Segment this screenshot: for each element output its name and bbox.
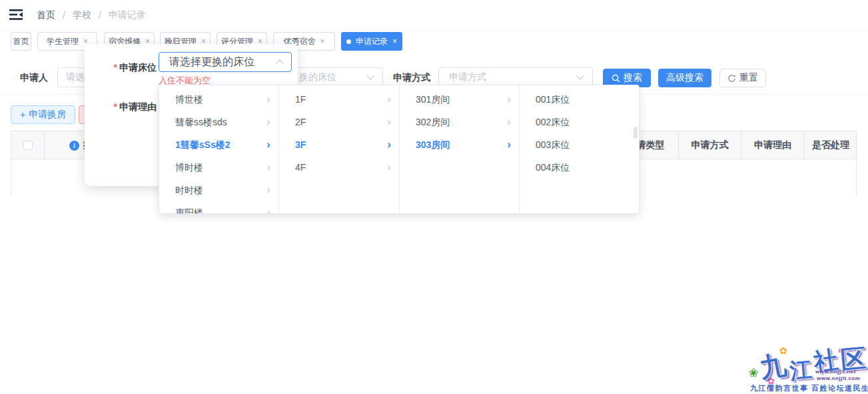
refresh-icon bbox=[727, 74, 736, 83]
cascader-option-selected[interactable]: 1彗馨sSs楼2› bbox=[159, 133, 278, 156]
chevron-right-icon: › bbox=[266, 111, 270, 133]
tab-label: 学生管理 bbox=[47, 36, 79, 47]
cascader-option[interactable]: 时时楼› bbox=[159, 179, 278, 201]
breadcrumb-current: 申请记录 bbox=[109, 9, 146, 21]
chevron-right-icon: › bbox=[507, 133, 511, 156]
chevron-right-icon: › bbox=[266, 179, 270, 201]
table-header-processed: 是否处理 bbox=[805, 131, 857, 159]
chevron-right-icon: › bbox=[266, 201, 270, 213]
chevron-down-icon bbox=[366, 72, 374, 79]
table-header-label: 申请方式 bbox=[691, 139, 729, 151]
breadcrumb-school[interactable]: 学校 bbox=[73, 9, 91, 21]
chevron-right-icon: › bbox=[507, 111, 511, 133]
tab-home[interactable]: 首页 bbox=[11, 32, 31, 51]
logo-char: 江 bbox=[788, 355, 813, 387]
cascader-option-selected[interactable]: 3F› bbox=[279, 133, 399, 156]
table-header-apply-reason: 申请理由 bbox=[741, 131, 805, 159]
bed-select-placeholder: 请选择更换的床位 bbox=[159, 55, 254, 69]
cascader-option[interactable]: 博时楼› bbox=[159, 156, 278, 179]
apply-room-change-button[interactable]: + 申请换房 bbox=[11, 105, 75, 124]
plus-icon: + bbox=[20, 109, 25, 120]
search-button-label: 搜索 bbox=[624, 72, 642, 84]
site-watermark-logo: ❀ ✿ ✿ ✽ 九 江 社 区 www.nnjjlt.net www.nnjjl… bbox=[747, 343, 867, 394]
cascader-option-selected[interactable]: 303房间› bbox=[400, 133, 519, 156]
chevron-right-icon: › bbox=[387, 156, 391, 179]
top-navbar: 首页 / 学校 / 申请记录 bbox=[0, 0, 868, 31]
table-header-apply-method: 申请方式 bbox=[679, 131, 741, 159]
cascader-option[interactable]: 1F› bbox=[279, 88, 399, 111]
tab-label: 首页 bbox=[13, 36, 29, 47]
chevron-right-icon: › bbox=[507, 88, 511, 111]
app-window: 首页 / 学校 / 申请记录 首页 学生管理 × 宿舍维修 × 晚归管理 × 评… bbox=[0, 0, 868, 394]
cascader-column-beds: 001床位 002床位 003床位 004床位 bbox=[520, 85, 639, 213]
search-icon bbox=[612, 74, 620, 83]
cascader-option[interactable]: 002床位 bbox=[520, 111, 639, 133]
table-header-label: 是否处理 bbox=[812, 139, 849, 151]
cascader-option[interactable]: 博世楼› bbox=[159, 88, 278, 111]
chevron-up-icon bbox=[276, 59, 283, 67]
watermark-url-2: www.nnjjlt.com bbox=[817, 375, 860, 381]
watermark-tagline: 九江儒韵言世事 百姓论坛道民生 bbox=[750, 383, 867, 393]
breadcrumb: 首页 / 学校 / 申请记录 bbox=[37, 9, 146, 22]
info-icon: i bbox=[69, 141, 79, 151]
watermark-url-1: www.nnjjlt.net bbox=[815, 369, 856, 375]
table-header-label: 申请理由 bbox=[754, 139, 791, 151]
cascader-option[interactable]: 301房间› bbox=[400, 88, 519, 111]
reason-field-label: *申请理由 bbox=[93, 101, 157, 113]
cascader-option[interactable]: 001床位 bbox=[520, 88, 639, 111]
cascader-option[interactable]: 4F› bbox=[279, 156, 399, 179]
chevron-right-icon: › bbox=[266, 88, 270, 111]
advanced-search-label: 高级搜索 bbox=[666, 72, 703, 84]
applicant-label: 申请人 bbox=[20, 72, 48, 84]
bed-field-label: *申请床位 bbox=[93, 62, 157, 74]
table-header-checkbox-cell bbox=[11, 131, 45, 159]
reset-button-label: 重置 bbox=[739, 72, 758, 84]
cascader-column-rooms: 301房间› 302房间› 303房间› bbox=[400, 85, 520, 213]
menu-fold-icon[interactable] bbox=[9, 9, 23, 21]
bed-cascader-select[interactable]: 请选择更换的床位 bbox=[159, 52, 292, 72]
cascader-option[interactable]: 惠阳楼› bbox=[159, 201, 278, 213]
tab-apply-records[interactable]: 申请记录 × bbox=[341, 32, 402, 51]
reset-button[interactable]: 重置 bbox=[719, 69, 766, 87]
apply-room-change-label: 申请换房 bbox=[29, 109, 66, 121]
breadcrumb-separator: / bbox=[99, 10, 101, 21]
tab-close-icon[interactable]: × bbox=[320, 37, 324, 45]
method-label: 申请方式 bbox=[393, 72, 430, 84]
tab-close-icon[interactable]: × bbox=[392, 37, 397, 45]
scrollbar-thumb[interactable] bbox=[634, 127, 638, 139]
cascader-option[interactable]: 彗馨ss楼sds› bbox=[159, 111, 278, 133]
required-mark: * bbox=[114, 101, 117, 112]
bed-cascader-panel: 博世楼› 彗馨ss楼sds› 1彗馨sSs楼2› 博时楼› 时时楼› 惠阳楼› … bbox=[159, 85, 640, 214]
breadcrumb-home[interactable]: 首页 bbox=[37, 9, 55, 21]
cascader-option[interactable]: 004床位 bbox=[520, 156, 639, 179]
cascader-option[interactable]: 302房间› bbox=[400, 111, 519, 133]
chevron-down-icon bbox=[576, 72, 584, 79]
tab-label: 申请记录 bbox=[356, 36, 388, 47]
select-all-checkbox[interactable] bbox=[23, 141, 33, 150]
breadcrumb-separator: / bbox=[63, 10, 65, 21]
cascader-column-floors: 1F› 2F› 3F› 4F› bbox=[279, 85, 400, 213]
cascader-option[interactable]: 2F› bbox=[279, 111, 399, 133]
chevron-right-icon: › bbox=[387, 111, 391, 133]
chevron-right-icon: › bbox=[387, 133, 391, 156]
advanced-search-button[interactable]: 高级搜索 bbox=[658, 69, 711, 87]
active-dot-icon bbox=[346, 39, 351, 44]
cascader-column-buildings: 博世楼› 彗馨ss楼sds› 1彗馨sSs楼2› 博时楼› 时时楼› 惠阳楼› bbox=[159, 85, 279, 213]
chevron-right-icon: › bbox=[266, 156, 270, 179]
required-mark: * bbox=[114, 62, 117, 73]
clover-icon: ❀ bbox=[749, 367, 758, 379]
logo-char: 九 bbox=[756, 346, 789, 387]
method-placeholder: 申请方式 bbox=[449, 71, 486, 83]
chevron-right-icon: › bbox=[266, 133, 270, 156]
chevron-right-icon: › bbox=[387, 88, 391, 111]
cascader-option[interactable]: 003床位 bbox=[520, 133, 639, 156]
